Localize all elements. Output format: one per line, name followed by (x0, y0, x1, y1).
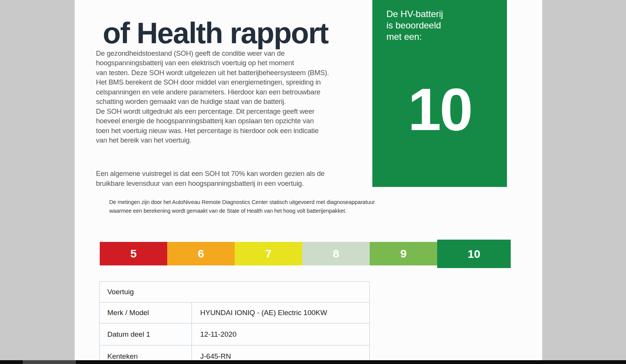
screenshot-canvas: of Health rapport De gezondheidstoestand… (0, 0, 626, 364)
scale-segment-6: 6 (167, 242, 235, 265)
scale-segment-8: 8 (302, 242, 370, 265)
vehicle-table-header: Voertuig (100, 282, 369, 303)
scale-segment-10-highlighted: 10 (437, 240, 511, 268)
measurement-note: De metingen zijn door het AutoNiveau Rem… (109, 198, 397, 215)
row-label-merk-model: Merk / Model (100, 303, 192, 323)
report-page: of Health rapport De gezondheidstoestand… (75, 0, 542, 360)
rating-box: De HV-batterij is beoordeeld met een: 10 (372, 0, 507, 187)
intro-paragraph-1: De gezondheidstoestand (SOH) geeft de co… (96, 49, 346, 145)
scale-segment-7: 7 (235, 242, 302, 265)
rating-scale-bar: 5 6 7 8 9 10 (100, 240, 511, 268)
row-value-datum-deel-1: 12-11-2020 (192, 323, 369, 345)
scale-segment-9: 9 (370, 242, 437, 265)
row-label-datum-deel-1: Datum deel 1 (100, 323, 192, 345)
row-value-merk-model: HYUNDAI IONIQ - (AE) Electric 100KW (192, 303, 369, 323)
intro-text: De gezondheidstoestand (SOH) geeft de co… (96, 39, 346, 198)
vehicle-table: Voertuig Merk / Model HYUNDAI IONIQ - (A… (99, 281, 370, 364)
table-row: Datum deel 1 12-11-2020 (100, 323, 369, 345)
rating-box-label: De HV-batterij is beoordeeld met een: (386, 8, 443, 42)
rating-score: 10 (372, 75, 507, 144)
intro-paragraph-2: Een algemene vuistregel is dat een SOH t… (96, 169, 346, 188)
scale-segment-5: 5 (100, 242, 167, 265)
scrollbar-thumb[interactable] (23, 360, 76, 364)
table-row: Merk / Model HYUNDAI IONIQ - (AE) Electr… (100, 303, 369, 323)
bottom-scrollbar-track (0, 360, 626, 364)
